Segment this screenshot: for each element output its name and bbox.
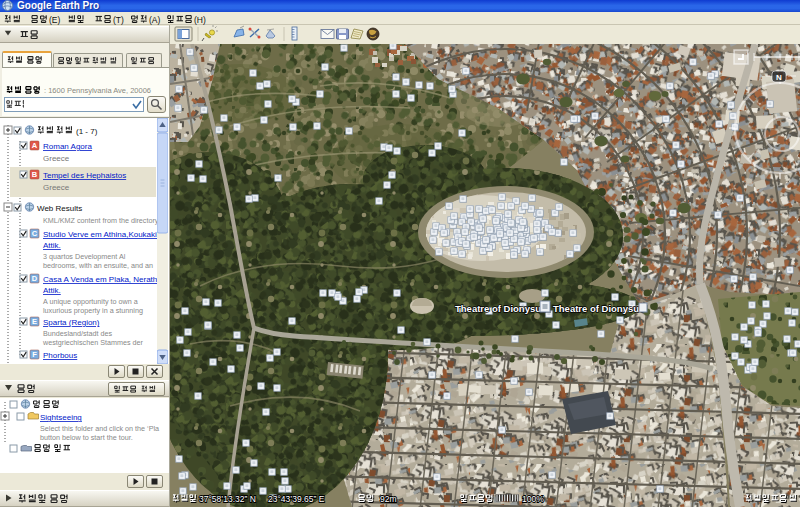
- svg-text:Phorbous: Phorbous: [43, 351, 77, 360]
- svg-text:Theatre of Dionysus: Theatre of Dionysus: [455, 303, 546, 314]
- svg-text:A: A: [32, 141, 38, 150]
- svg-text:(1 - 7): (1 - 7): [76, 127, 98, 136]
- svg-text:3 quartos Development Al: 3 quartos Development Al: [43, 252, 126, 261]
- svg-text:E: E: [32, 317, 37, 326]
- svg-text:Attik.: Attik.: [43, 241, 61, 250]
- svg-text:B: B: [32, 170, 38, 179]
- svg-text:Bundesland/stadt des: Bundesland/stadt des: [43, 329, 113, 338]
- svg-text:N: N: [776, 73, 782, 82]
- svg-text:button below to start the tour: button below to start the tour.: [40, 433, 133, 442]
- svg-text:Select this folder and click o: Select this folder and click on the ‘Pla: [40, 424, 159, 433]
- svg-text:Greece: Greece: [43, 154, 70, 163]
- svg-text:Web Results: Web Results: [37, 204, 82, 213]
- svg-text:37°58’13.32” N: 37°58’13.32” N: [199, 494, 256, 504]
- svg-text:luxurious property in a stunni: luxurious property in a stunning: [43, 306, 143, 315]
- svg-text:Studio Verve em Athina,Koukaki: Studio Verve em Athina,Koukaki,: [43, 230, 158, 239]
- svg-text:Greece: Greece: [43, 183, 70, 192]
- svg-text:F: F: [32, 350, 37, 359]
- svg-text:Attik.: Attik.: [43, 286, 61, 295]
- svg-text:Sightseeing: Sightseeing: [40, 413, 82, 422]
- svg-text:(A): (A): [149, 15, 161, 25]
- svg-text:Sparta (Region): Sparta (Region): [43, 318, 100, 327]
- svg-text:KML/KMZ content from the direc: KML/KMZ content from the directory: [43, 216, 158, 225]
- svg-text:Casa A Venda em Plaka, Nerath: Casa A Venda em Plaka, Nerath: [43, 275, 157, 284]
- svg-text:Theatre of Dionysus: Theatre of Dionysus: [553, 303, 644, 314]
- svg-text:bedrooms, with an ensuite, and: bedrooms, with an ensuite, and an: [43, 261, 153, 270]
- svg-text:: 1600 Pennsylvania Ave, 20006: : 1600 Pennsylvania Ave, 20006: [44, 86, 151, 95]
- svg-text:100%: 100%: [522, 494, 544, 504]
- svg-text:A unique opportunity to own a: A unique opportunity to own a: [43, 297, 138, 306]
- svg-text:Tempel des Hephaistos: Tempel des Hephaistos: [43, 171, 126, 180]
- svg-text:C: C: [32, 229, 38, 238]
- svg-text:(T): (T): [113, 15, 124, 25]
- svg-text:23°43’39.65” E: 23°43’39.65” E: [268, 494, 325, 504]
- svg-text:westgriechischen Stammes der: westgriechischen Stammes der: [42, 338, 143, 347]
- svg-text:D: D: [32, 274, 38, 283]
- svg-text:Roman Agora: Roman Agora: [43, 142, 92, 151]
- svg-text:(E): (E): [49, 15, 61, 25]
- svg-text:92m: 92m: [380, 494, 397, 504]
- svg-text:(H): (H): [194, 15, 206, 25]
